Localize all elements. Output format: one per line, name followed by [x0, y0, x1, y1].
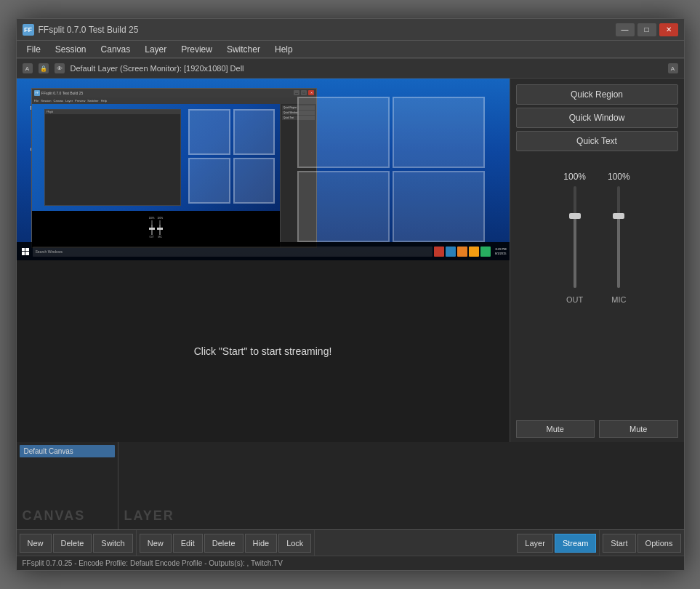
quick-region-button[interactable]: Quick Region: [516, 84, 678, 105]
win10-search-text: Search Windows: [36, 249, 63, 254]
mic-slider-track[interactable]: [617, 186, 620, 288]
nested-max: □: [301, 90, 307, 95]
preview-main: 🗑 Recycle Bin 🌐 Google Chrome: [17, 79, 510, 442]
mute-mic-button[interactable]: Mute: [599, 420, 678, 438]
title-bar-controls: — □ ✕: [616, 23, 678, 36]
bottom-toolbar: New Delete Switch New Edit Delete Hide L…: [17, 529, 684, 556]
layer-section: LAYER: [118, 442, 684, 529]
right-toolbar-section: Layer Stream: [514, 530, 600, 556]
nested-win10-logo: [188, 109, 275, 204]
layer-info-bar: A 🔒 👁 Default Layer (Screen Monitor): [1…: [17, 58, 684, 79]
main-content: 🗑 Recycle Bin 🌐 Google Chrome: [17, 79, 684, 570]
app-icon: FF: [23, 24, 34, 36]
layer-delete-button[interactable]: Delete: [204, 534, 244, 553]
canvas-new-button[interactable]: New: [20, 534, 52, 553]
layer-info-text: Default Layer (Screen Monitor): [1920x10…: [71, 64, 662, 73]
start-options-section: Start Options: [600, 534, 683, 553]
menu-preview[interactable]: Preview: [175, 43, 218, 56]
nested-preview: FFsplit: [32, 104, 280, 247]
stream-area: Click "Start" to start streaming!: [17, 260, 510, 442]
layer-lock-button[interactable]: Lock: [278, 534, 311, 553]
mic-slider-fill: [617, 217, 620, 288]
taskbar-icon-2: [446, 247, 456, 257]
app-window: FF FFsplit 0.7.0 Test Build 25 — □ ✕ Fil…: [16, 18, 685, 571]
layer-lock-icon: 🔒: [39, 63, 49, 73]
win10-desktop: 🗑 Recycle Bin 🌐 Google Chrome: [17, 79, 510, 260]
layer-eye-icon: 👁: [55, 63, 65, 73]
win10-taskbar: Search Windows 8:29: [17, 242, 510, 260]
menu-help[interactable]: Help: [269, 43, 299, 56]
quick-text-button[interactable]: Quick Text: [516, 131, 678, 151]
nested-title-text: FFsplit 0.7.0 Test Build 25: [41, 91, 83, 95]
taskbar-icon-5: [480, 247, 491, 257]
deep-nested-window: FFsplit: [44, 109, 181, 206]
nested-min: —: [294, 90, 299, 95]
menu-bar: File Session Canvas Layer Preview Switch…: [17, 41, 684, 58]
minimize-button[interactable]: —: [616, 23, 635, 36]
quick-buttons-panel: Quick Region Quick Window Quick Text: [510, 79, 684, 157]
layer-hide-button[interactable]: Hide: [245, 534, 278, 553]
status-text: FFsplit 0.7.0.25 - Encode Profile: Defau…: [23, 559, 283, 567]
canvas-section-label: CANVAS: [23, 508, 86, 524]
window-title: FFsplit 0.7.0 Test Build 25: [39, 25, 139, 35]
mic-slider-label: MIC: [611, 295, 626, 304]
canvas-delete-button[interactable]: Delete: [53, 534, 92, 553]
out-slider-fill: [574, 217, 576, 288]
win10-clock: 8:29 PM 8/1/2015: [495, 247, 507, 255]
out-slider-group: 100% OUT: [563, 172, 586, 304]
nested-audio-area: 100% OUT: [32, 211, 280, 244]
options-button[interactable]: Options: [637, 534, 681, 553]
close-button[interactable]: ✕: [659, 23, 678, 36]
win10-start-button[interactable]: [20, 246, 31, 257]
nested-menubar: File Session Canvas Layer Preview Switch…: [32, 97, 316, 104]
menu-canvas[interactable]: Canvas: [95, 43, 137, 56]
canvas-toolbar-section: New Delete Switch: [17, 530, 137, 556]
mic-slider-thumb[interactable]: [613, 213, 624, 219]
quick-window-button[interactable]: Quick Window: [516, 108, 678, 128]
nested-main: FFsplit: [32, 104, 316, 247]
maximize-button[interactable]: □: [637, 23, 656, 36]
out-slider-thumb[interactable]: [569, 213, 581, 219]
nested-controls: — □ ✕: [294, 90, 314, 95]
mic-slider-group: 100% MIC: [608, 172, 630, 304]
taskbar-icon-1: [434, 247, 444, 257]
layer-edit-button[interactable]: Edit: [173, 534, 203, 553]
mic-percent: 100%: [608, 172, 630, 182]
title-bar-left: FF FFsplit 0.7.0 Test Build 25: [23, 24, 139, 36]
out-slider-track[interactable]: [574, 186, 576, 288]
mute-buttons-row: Mute Mute: [510, 416, 684, 442]
audio-sliders-section: 100% OUT 100%: [510, 157, 684, 416]
layer-a-right-icon: A: [668, 63, 678, 73]
default-canvas-item[interactable]: Default Canvas: [20, 445, 115, 457]
layer-toolbar-section: New Edit Delete Hide Lock: [137, 530, 315, 556]
right-panel: Quick Region Quick Window Quick Text 100…: [510, 79, 684, 442]
layer-section-label: LAYER: [124, 508, 174, 524]
canvas-switch-button[interactable]: Switch: [93, 534, 132, 553]
audio-panel: 100% OUT 100%: [510, 157, 684, 442]
mute-out-button[interactable]: Mute: [516, 420, 595, 438]
win10-logo-large: [297, 97, 485, 242]
status-bar: FFsplit 0.7.0.25 - Encode Profile: Defau…: [17, 556, 684, 570]
menu-session[interactable]: Session: [49, 43, 92, 56]
stream-button[interactable]: Stream: [555, 534, 596, 553]
sliders-container: 100% OUT 100%: [563, 172, 629, 304]
win10-taskbar-icons: [434, 247, 491, 257]
menu-file[interactable]: File: [21, 43, 47, 56]
nested-close: ✕: [308, 90, 314, 95]
layer-label-button[interactable]: Layer: [517, 534, 553, 553]
nested-titlebar: FF FFsplit 0.7.0 Test Build 25 — □ ✕: [32, 89, 316, 97]
menu-layer[interactable]: Layer: [139, 43, 172, 56]
desktop-preview: 🗑 Recycle Bin 🌐 Google Chrome: [17, 79, 510, 260]
menu-switcher[interactable]: Switcher: [221, 43, 266, 56]
preview-and-controls: 🗑 Recycle Bin 🌐 Google Chrome: [17, 79, 684, 442]
canvas-section: Default Canvas CANVAS: [17, 442, 118, 529]
win10-search-box[interactable]: Search Windows: [33, 247, 433, 257]
start-button[interactable]: Start: [603, 534, 635, 553]
layer-ai-icon: A: [23, 63, 33, 73]
nested-screen: FFsplit: [32, 104, 280, 212]
out-percent: 100%: [563, 172, 586, 182]
canvas-layer-area: Default Canvas CANVAS LAYER: [17, 442, 684, 529]
nested-ffsplit-window: FF FFsplit 0.7.0 Test Build 25 — □ ✕: [31, 88, 317, 248]
layer-new-button[interactable]: New: [140, 534, 172, 553]
stream-message: Click "Start" to start streaming!: [180, 331, 347, 372]
